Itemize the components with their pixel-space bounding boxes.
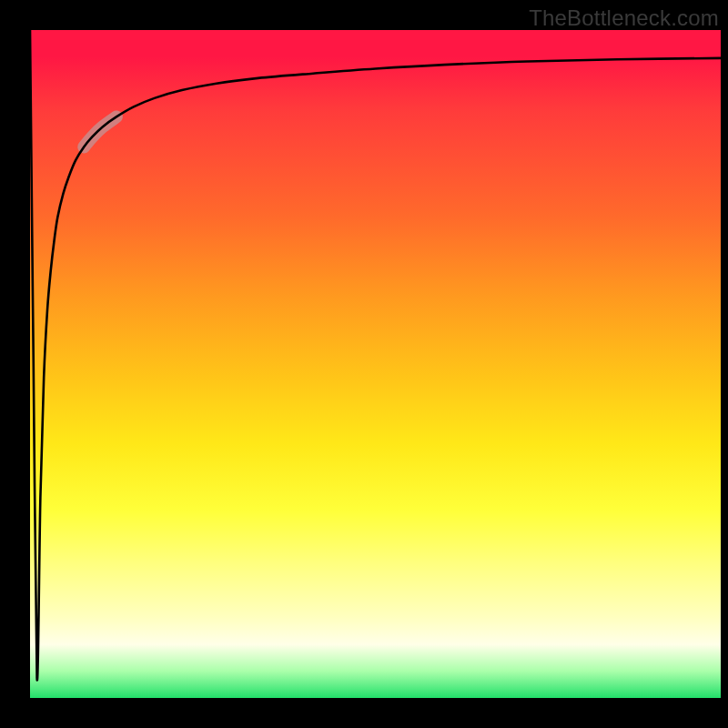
chart-frame: TheBottleneck.com: [0, 0, 728, 728]
gradient-plot-area: [30, 30, 721, 698]
attribution-text: TheBottleneck.com: [529, 5, 719, 31]
